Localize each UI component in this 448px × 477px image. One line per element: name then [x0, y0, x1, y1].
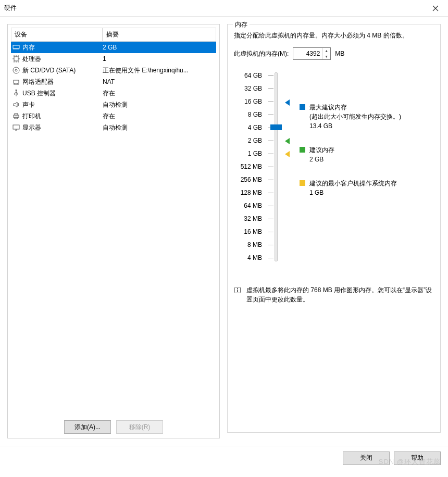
close-button[interactable]: 关闭 — [343, 451, 390, 465]
table-row[interactable]: 打印机存在 — [11, 110, 216, 122]
legend-max-note: (超出此大小可能发生内存交换。) — [309, 112, 401, 121]
tick-label: 4 MB — [234, 252, 265, 265]
tick-label: 512 MB — [234, 160, 265, 173]
memory-spinner[interactable]: ▲ ▼ — [293, 47, 331, 60]
tick-mark — [268, 219, 273, 219]
tick-label: 256 MB — [234, 173, 265, 186]
tick-mark — [268, 115, 273, 115]
device-name: 声卡 — [21, 101, 103, 109]
memory-note: 虚拟机最多将此内存的 768 MB 用作图形内存。您可以在“显示器”设置页面中更… — [246, 285, 434, 304]
tick-mark — [268, 167, 273, 167]
column-device[interactable]: 设备 — [11, 28, 103, 42]
legend-max-title: 最大建议内存 — [309, 103, 401, 112]
tick-mark — [268, 154, 273, 154]
tick-label: 64 GB — [234, 69, 265, 82]
memory-label: 此虚拟机的内存(M): — [234, 49, 289, 58]
svg-point-2 — [13, 67, 19, 73]
svg-rect-7 — [15, 114, 18, 115]
tick-mark — [268, 206, 273, 206]
slider-tick-labels: 64 GB32 GB16 GB8 GB4 GB2 GB1 GB512 MB256… — [234, 69, 265, 265]
memory-description: 指定分配给此虚拟机的内存量。内存大小必须为 4 MB 的倍数。 — [234, 31, 434, 40]
column-summary[interactable]: 摘要 — [103, 28, 216, 42]
legend-min-value: 1 GB — [309, 188, 397, 197]
legend-min-color — [300, 180, 305, 186]
svg-point-3 — [15, 69, 17, 71]
tick-label: 4 GB — [234, 121, 265, 134]
device-name: 网络适配器 — [21, 78, 103, 86]
table-row[interactable]: USB 控制器存在 — [11, 87, 216, 99]
group-title: 内存 — [233, 20, 250, 29]
info-icon — [234, 285, 242, 304]
memory-unit: MB — [335, 50, 344, 57]
tick-label: 16 GB — [234, 95, 265, 108]
tick-mark — [268, 245, 273, 245]
memory-slider[interactable] — [265, 69, 286, 265]
legend-max-color — [300, 104, 305, 110]
printer-icon — [11, 112, 21, 120]
legend-max-value: 13.4 GB — [309, 121, 401, 131]
close-icon[interactable] — [427, 0, 444, 17]
network-icon — [11, 78, 21, 85]
tick-label: 128 MB — [234, 186, 265, 199]
table-row[interactable]: 处理器1 — [11, 53, 216, 65]
display-icon — [11, 124, 21, 131]
tick-label: 8 MB — [234, 238, 265, 252]
svg-rect-0 — [13, 45, 19, 48]
device-name: 新 CD/DVD (SATA) — [21, 66, 103, 75]
svg-rect-4 — [14, 80, 19, 83]
cpu-icon — [11, 55, 21, 62]
window-title: 硬件 — [4, 4, 427, 12]
add-button[interactable]: 添加(A)... — [64, 420, 111, 434]
device-name: 打印机 — [21, 112, 103, 121]
svg-rect-9 — [13, 125, 19, 129]
device-summary: 自动检测 — [103, 101, 216, 109]
tick-label: 1 GB — [234, 147, 265, 160]
memory-icon — [11, 44, 21, 51]
tick-mark — [268, 193, 273, 193]
tick-mark — [268, 180, 273, 180]
table-row[interactable]: 网络适配器NAT — [11, 76, 216, 87]
table-row[interactable]: 内存2 GB — [11, 42, 216, 53]
tick-label: 64 MB — [234, 199, 265, 212]
tick-label: 16 MB — [234, 225, 265, 238]
svg-rect-11 — [237, 290, 238, 292]
max-marker-icon — [285, 99, 290, 106]
device-name: USB 控制器 — [21, 89, 103, 98]
legend-rec-value: 2 GB — [309, 155, 334, 164]
table-row[interactable]: 新 CD/DVD (SATA)正在使用文件 E:\hengxinqihu... — [11, 65, 216, 76]
slider-thumb[interactable] — [270, 124, 282, 130]
tick-label: 32 GB — [234, 82, 265, 95]
device-name: 内存 — [21, 43, 103, 52]
svg-point-5 — [16, 90, 17, 91]
remove-button: 移除(R) — [116, 420, 163, 434]
legend-rec-color — [300, 147, 305, 153]
table-row[interactable]: 显示器自动检测 — [11, 122, 216, 133]
tick-mark — [268, 89, 273, 89]
tick-mark — [268, 232, 273, 232]
spinner-down-icon[interactable]: ▼ — [322, 54, 330, 59]
rec-marker-icon — [285, 138, 290, 144]
tick-label: 8 GB — [234, 108, 265, 121]
tick-mark — [268, 258, 273, 258]
tick-mark — [268, 102, 273, 102]
svg-rect-12 — [237, 288, 238, 289]
device-table-header: 设备 摘要 — [11, 28, 216, 42]
help-button[interactable]: 帮助 — [394, 451, 441, 465]
tick-label: 32 MB — [234, 212, 265, 225]
table-row[interactable]: 声卡自动检测 — [11, 99, 216, 110]
device-summary: 正在使用文件 E:\hengxinqihu... — [103, 66, 216, 75]
legend-rec-title: 建议内存 — [309, 145, 334, 155]
tick-mark — [268, 76, 273, 76]
sound-icon — [11, 101, 21, 108]
device-summary: 1 — [103, 55, 216, 62]
memory-input[interactable] — [293, 48, 322, 59]
device-summary: 自动检测 — [103, 123, 216, 132]
device-summary: 存在 — [103, 89, 216, 98]
disc-icon — [11, 67, 21, 74]
device-summary: NAT — [103, 78, 216, 85]
tick-mark — [268, 141, 273, 141]
min-marker-icon — [285, 151, 290, 157]
device-summary: 2 GB — [103, 44, 216, 51]
usb-icon — [11, 90, 21, 97]
spinner-up-icon[interactable]: ▲ — [322, 48, 330, 54]
